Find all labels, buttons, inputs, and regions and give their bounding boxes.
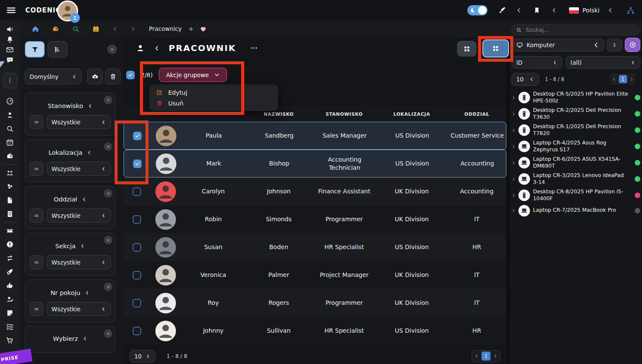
document-icon[interactable] [6, 193, 14, 207]
chevron-left-icon[interactable] [516, 7, 522, 13]
sticky-note-icon[interactable] [6, 306, 14, 320]
add-device-button[interactable] [625, 38, 640, 52]
device-list-item[interactable]: Desktop CR-8/2025 HP Pavilion i5-10400F [512, 187, 640, 204]
device-list-item[interactable]: Desktop CR-5/2025 HP Pavilion Elite HPE-… [512, 90, 640, 106]
chevron-left-icon[interactable] [551, 7, 557, 13]
mail-icon[interactable] [6, 45, 14, 55]
table-row[interactable]: Paula Sandberg Sales Manager US Division… [124, 122, 506, 150]
back-icon[interactable] [154, 45, 160, 51]
ticket-icon[interactable] [6, 224, 14, 238]
chevron-left-icon[interactable] [607, 7, 613, 13]
org-structure-icon[interactable] [626, 6, 635, 15]
column-header-location[interactable]: LOKALIZACJA [376, 111, 447, 117]
device-list-item[interactable]: Laptop CR-3/2025 Lenovo IdeaPad 3-14 [512, 171, 640, 187]
device-list-item[interactable]: Desktop CR-2/2025 Dell Precision T3630 [512, 106, 640, 122]
filter-view-button[interactable] [25, 41, 45, 57]
menu-item-edit[interactable]: Edytuj [149, 87, 278, 98]
filter-value-select[interactable]: Wszystkie [47, 255, 111, 269]
next-page-icon[interactable] [493, 354, 498, 358]
table-row[interactable]: Mark Bishop Accounting Technician US Div… [124, 150, 506, 177]
breadcrumb[interactable]: Pracownicy [149, 25, 182, 32]
more-options-icon[interactable] [250, 44, 258, 52]
user-avatar[interactable] [57, 0, 78, 21]
dashboard-gauge-icon[interactable] [6, 94, 14, 108]
remove-filter-button[interactable] [104, 189, 112, 198]
assets-icon[interactable] [51, 25, 60, 33]
camera-bag-icon[interactable] [6, 149, 14, 163]
table-row[interactable]: Roy Rogers Programmer UK Division IT [124, 289, 506, 317]
search-input[interactable] [526, 27, 633, 33]
filter-field-select[interactable]: Sekcja [30, 243, 111, 250]
expand-icon[interactable] [512, 112, 516, 116]
select-all-checkbox[interactable] [126, 71, 135, 79]
grid-view-button[interactable] [457, 41, 476, 57]
expand-icon[interactable] [512, 208, 516, 213]
close-filter-panel-button[interactable] [107, 45, 117, 54]
entity-select[interactable]: Komputer [512, 39, 604, 51]
announcement-icon[interactable] [6, 24, 14, 34]
cart-icon[interactable] [6, 334, 14, 347]
table-row[interactable]: Robin Simonds Programmer UK Division IT [124, 205, 506, 233]
calendar-shortcut-icon[interactable] [92, 25, 100, 33]
office-building-icon[interactable] [6, 207, 14, 221]
current-page-button[interactable]: 1 [619, 75, 627, 83]
previous-page-icon[interactable] [612, 77, 616, 81]
hierarchy-view-button[interactable] [48, 41, 67, 57]
thumbs-up-icon[interactable] [6, 279, 14, 292]
search-shortcut-icon[interactable] [72, 25, 80, 33]
filter-field-select[interactable]: Stanowisko [30, 102, 111, 109]
filter-operator-button[interactable]: = [30, 302, 43, 316]
filter-field-select[interactable]: Oddział [30, 196, 111, 203]
filter-value-select[interactable]: Wszystkie [47, 115, 111, 129]
bell-icon[interactable] [6, 34, 14, 45]
bookmark-icon[interactable] [533, 6, 541, 14]
device-list-item[interactable]: Desktop CR-1/2025 Dell Precision T7820 [512, 122, 640, 138]
home-icon[interactable] [31, 25, 39, 33]
expand-icon[interactable] [512, 161, 516, 165]
filter-operator-button[interactable]: = [30, 208, 43, 223]
table-row[interactable]: Johnny Sullivan HR Specialist US Divisio… [124, 317, 506, 345]
row-checkbox[interactable] [133, 132, 142, 140]
remove-filter-button[interactable] [104, 142, 112, 151]
row-checkbox[interactable] [133, 299, 141, 307]
user-icon[interactable] [6, 108, 14, 122]
table-row[interactable]: Carolyn Johnson Finance Assistant UK Div… [124, 177, 506, 205]
expand-icon[interactable] [512, 177, 516, 181]
sort-button[interactable] [607, 39, 622, 51]
column-header-division[interactable]: ODDZIAŁ [447, 111, 506, 117]
row-checkbox[interactable] [133, 215, 141, 224]
row-checkbox[interactable] [133, 327, 141, 335]
page-size-select[interactable]: 10 [130, 350, 155, 363]
previous-page-icon[interactable] [474, 354, 479, 358]
user-check-icon[interactable] [6, 292, 14, 306]
filter-value-select[interactable]: Wszystkie [47, 302, 111, 316]
column-header-position[interactable]: STANOWISKO [312, 111, 376, 117]
device-list-item[interactable]: Laptop CR-6/2025 ASUS X541SA-DM690T [512, 155, 640, 171]
remove-filter-button[interactable] [104, 329, 112, 338]
table-row[interactable]: Veronica Palmer Project Manager UK Divis… [124, 261, 506, 289]
filter-value-select[interactable]: Wszystkie [47, 162, 111, 176]
filter-operator-button[interactable]: = [30, 162, 43, 176]
filter-operator-button[interactable]: = [30, 255, 43, 269]
group-actions-button[interactable]: Akcje grupowe [159, 68, 227, 82]
remove-filter-button[interactable] [104, 236, 112, 244]
team-icon[interactable] [6, 166, 14, 180]
id-field-select[interactable]: ID [512, 56, 562, 69]
favorite-heart-icon[interactable] [200, 25, 207, 33]
filter-field-select[interactable]: Wybierz [30, 335, 111, 342]
column-header-last-name[interactable]: NAZWISKO [245, 111, 312, 117]
chat-icon[interactable] [6, 55, 14, 65]
transfer-arrows-icon[interactable] [6, 251, 14, 265]
history-forward-icon[interactable] [130, 26, 136, 32]
row-checkbox[interactable] [133, 271, 141, 280]
rocket-icon[interactable] [6, 265, 14, 279]
device-list-item[interactable]: Laptop CR-7/2025 MacBook Pro [512, 204, 640, 218]
expand-icon[interactable] [512, 128, 516, 132]
save-preset-button[interactable] [87, 69, 103, 84]
device-list-item[interactable]: Laptop CR-4/2025 Asus Rog Zephyrus S17 [512, 138, 640, 155]
expand-icon[interactable] [512, 144, 516, 149]
expand-icon[interactable] [512, 96, 516, 100]
filter-preset-select[interactable]: Domyślny [25, 69, 82, 84]
modules-icon[interactable] [6, 180, 14, 193]
language-label[interactable]: Polski [582, 7, 600, 14]
